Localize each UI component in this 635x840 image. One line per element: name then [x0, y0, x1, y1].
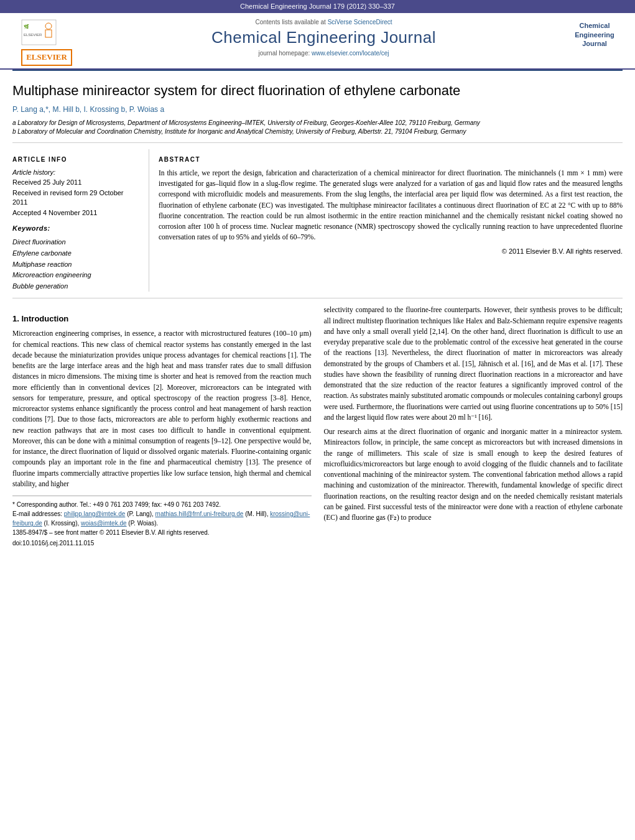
email-link-2[interactable]: mathias.hill@frnf.uni-freiburg.de	[155, 510, 244, 517]
email-link-1[interactable]: philipp.lang@imtek.de	[64, 510, 126, 517]
section1-para1: Microreaction engineering comprises, in …	[12, 328, 312, 489]
svg-text:ELSEVIER: ELSEVIER	[24, 33, 42, 37]
body-right-column: selectivity compared to the fluorine-fre…	[324, 305, 623, 548]
footnotes: * Corresponding author. Tel.: +49 0 761 …	[12, 496, 312, 548]
affiliations: a Laboratory for Design of Microsystems,…	[12, 119, 623, 136]
section1-para2: selectivity compared to the fluorine-fre…	[324, 305, 623, 423]
elsevier-brand: ELSEVIER	[21, 49, 72, 65]
email-addresses: E-mail addresses: philipp.lang@imtek.de …	[12, 509, 312, 528]
authors-line: P. Lang a,*, M. Hill b, I. Krossing b, P…	[12, 104, 623, 115]
sciverse-link[interactable]: SciVerse ScienceDirect	[328, 19, 392, 25]
article-history: Article history: Received 25 July 2011 R…	[12, 168, 139, 218]
abstract-label: ABSTRACT	[159, 155, 623, 164]
journal-title-area: Contents lists available at SciVerse Sci…	[87, 18, 560, 57]
affiliation-b: b Laboratory of Molecular and Coordinati…	[12, 127, 623, 136]
article-info-column: ARTICLE INFO Article history: Received 2…	[12, 149, 149, 292]
keywords-section: Keywords: Direct fluorination Ethylene c…	[12, 224, 139, 292]
history-label: Article history:	[12, 168, 139, 177]
journal-homepage: journal homepage: www.elsevier.com/locat…	[87, 49, 560, 58]
corresponding-author-note: * Corresponding author. Tel.: +49 0 761 …	[12, 500, 312, 509]
journal-header: 🌿 ELSEVIER ELSEVIER Contents lists avail…	[0, 13, 635, 69]
svg-point-3	[45, 23, 52, 29]
accepted-date: Accepted 4 November 2011	[12, 208, 139, 218]
article-info-label: ARTICLE INFO	[12, 155, 139, 164]
publisher-logo-area: 🌿 ELSEVIER ELSEVIER	[12, 18, 81, 65]
email-link-4[interactable]: woias@imtek.de	[81, 520, 127, 527]
copyright-notice: © 2011 Elsevier B.V. All rights reserved…	[159, 247, 623, 256]
journal-title-short: Chemical Engineering Journal	[567, 18, 623, 48]
revised-date: Received in revised form 29 October 2011	[12, 188, 139, 208]
keyword-4: Microreaction engineering	[12, 270, 139, 281]
section1-heading: 1. Introduction	[12, 313, 312, 325]
keywords-list: Direct fluorination Ethylene carbonate M…	[12, 237, 139, 292]
issn-line: 1385-8947/$ – see front matter © 2011 El…	[12, 528, 312, 537]
keyword-2: Ethylene carbonate	[12, 248, 139, 259]
received-date: Received 25 July 2011	[12, 178, 139, 187]
section1-para3: Our research aims at the direct fluorina…	[324, 427, 623, 523]
svg-text:🌿: 🌿	[24, 24, 29, 29]
keyword-1: Direct fluorination	[12, 237, 139, 248]
abstract-column: ABSTRACT In this article, we report the …	[149, 149, 623, 292]
affiliation-a: a Laboratory for Design of Microsystems,…	[12, 119, 623, 127]
doi-line: doi:10.1016/j.cej.2011.11.015	[12, 538, 312, 548]
elsevier-logo-image: 🌿 ELSEVIER	[19, 18, 75, 49]
journal-citation-bar: Chemical Engineering Journal 179 (2012) …	[0, 0, 635, 13]
svg-rect-4	[45, 30, 52, 37]
journal-title-large: Chemical Engineering Journal	[87, 28, 560, 47]
article-title-section: Multiphase minireactor system for direct…	[0, 71, 635, 142]
article-info-abstract: ARTICLE INFO Article history: Received 2…	[0, 143, 635, 292]
abstract-text: In this article, we report the design, f…	[159, 168, 623, 243]
body-left-column: 1. Introduction Microreaction engineerin…	[12, 305, 312, 548]
journal-homepage-link[interactable]: www.elsevier.com/locate/cej	[312, 50, 389, 57]
main-body: 1. Introduction Microreaction engineerin…	[0, 298, 635, 560]
sciverse-line: Contents lists available at SciVerse Sci…	[87, 18, 560, 27]
journal-citation: Chemical Engineering Journal 179 (2012) …	[240, 2, 395, 10]
keywords-label-heading: Keywords:	[12, 224, 139, 233]
keyword-3: Multiphase reaction	[12, 259, 139, 270]
keyword-5: Bubble generation	[12, 281, 139, 292]
article-title: Multiphase minireactor system for direct…	[12, 82, 623, 100]
